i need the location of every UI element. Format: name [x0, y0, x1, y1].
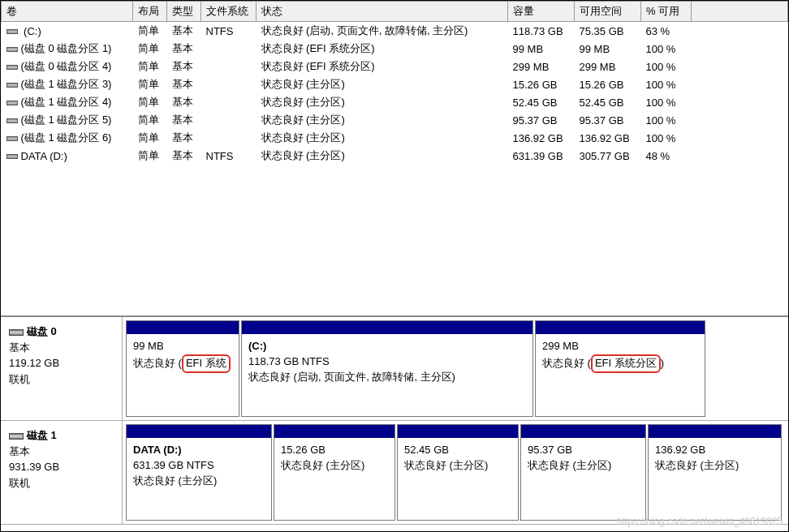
- partition-status-highlight: EFI 系统: [182, 354, 231, 373]
- col-type[interactable]: 类型: [167, 2, 201, 22]
- table-row[interactable]: (磁盘 1 磁盘分区 5)简单基本状态良好 (主分区)95.37 GB95.37…: [2, 111, 788, 129]
- partition-block[interactable]: DATA (D:)631.39 GB NTFS状态良好 (主分区): [126, 424, 272, 521]
- partition-status-line: 状态良好 (主分区): [528, 458, 639, 474]
- partition-body: 299 MB状态良好 (EFI 系统分区): [536, 334, 705, 416]
- partitions-container: DATA (D:)631.39 GB NTFS状态良好 (主分区)15.26 G…: [123, 421, 788, 524]
- partition-size: 299 MB: [542, 339, 698, 354]
- disk-size: 119.12 GB: [9, 355, 114, 371]
- col-pctfree[interactable]: % 可用: [641, 2, 692, 22]
- volume-name: (磁盘 1 磁盘分区 6): [21, 131, 112, 144]
- partition-block[interactable]: (C:)118.73 GB NTFS状态良好 (启动, 页面文件, 故障转储, …: [241, 320, 533, 417]
- table-row[interactable]: (C:)简单基本NTFS状态良好 (启动, 页面文件, 故障转储, 主分区)11…: [2, 22, 788, 41]
- partition-body: 15.26 GB状态良好 (主分区): [274, 438, 394, 520]
- table-header-row: 卷 布局 类型 文件系统 状态 容量 可用空间 % 可用: [2, 2, 788, 22]
- disk-icon: [9, 329, 24, 336]
- cell-capacity: 52.45 GB: [508, 93, 575, 111]
- disk-name: 磁盘 1: [27, 429, 57, 441]
- table-row[interactable]: (磁盘 0 磁盘分区 1)简单基本状态良好 (EFI 系统分区)99 MB99 …: [2, 40, 788, 58]
- partition-block[interactable]: 52.45 GB状态良好 (主分区): [397, 424, 519, 521]
- cell-capacity: 299 MB: [508, 58, 575, 75]
- partition-size: 52.45 GB: [404, 443, 511, 458]
- cell-layout: 简单: [133, 111, 167, 129]
- cell-fs: [201, 129, 257, 147]
- cell-free: 95.37 GB: [575, 111, 641, 129]
- partition-status-line: 状态良好 (EFI 系统: [133, 354, 232, 373]
- cell-capacity: 99 MB: [508, 40, 575, 58]
- col-free[interactable]: 可用空间: [575, 2, 641, 22]
- cell-fs: [201, 75, 257, 93]
- partition-block[interactable]: 15.26 GB状态良好 (主分区): [274, 424, 395, 521]
- volume-name: (磁盘 0 磁盘分区 1): [21, 42, 112, 54]
- disk-label[interactable]: 磁盘 0基本119.12 GB联机: [1, 317, 123, 420]
- disk-label[interactable]: 磁盘 1基本931.39 GB联机: [1, 421, 123, 524]
- volume-name: (磁盘 1 磁盘分区 4): [21, 96, 112, 108]
- volume-icon: [6, 136, 18, 141]
- table-row[interactable]: DATA (D:)简单基本NTFS状态良好 (主分区)631.39 GB305.…: [2, 147, 788, 165]
- col-layout[interactable]: 布局: [133, 2, 167, 22]
- partition-block[interactable]: 299 MB状态良好 (EFI 系统分区): [535, 320, 705, 417]
- partition-header-bar: [127, 321, 239, 334]
- partition-status: 状态良好 (主分区): [528, 459, 611, 471]
- partition-status-line: 状态良好 (主分区): [281, 458, 388, 474]
- cell-layout: 简单: [133, 75, 167, 93]
- cell-layout: 简单: [133, 129, 167, 147]
- partition-title: (C:): [248, 339, 526, 354]
- partition-block[interactable]: 99 MB状态良好 (EFI 系统: [126, 320, 239, 417]
- volume-icon: [6, 154, 18, 159]
- partition-status-line: 状态良好 (主分区): [655, 458, 774, 474]
- cell-fs: NTFS: [201, 22, 257, 41]
- cell-status: 状态良好 (主分区): [257, 75, 508, 93]
- partition-title: DATA (D:): [133, 443, 265, 458]
- volume-icon: [6, 65, 18, 70]
- cell-pct: 100 %: [641, 75, 692, 93]
- col-status[interactable]: 状态: [257, 2, 508, 22]
- cell-status: 状态良好 (主分区): [257, 147, 508, 165]
- cell-type: 基本: [167, 111, 201, 129]
- partition-block[interactable]: 95.37 GB状态良好 (主分区): [520, 424, 646, 521]
- cell-free: 52.45 GB: [575, 93, 641, 111]
- partition-size: 631.39 GB NTFS: [133, 458, 265, 474]
- table-row[interactable]: (磁盘 1 磁盘分区 4)简单基本状态良好 (主分区)52.45 GB52.45…: [2, 93, 788, 111]
- partition-header-bar: [398, 425, 518, 438]
- col-capacity[interactable]: 容量: [508, 2, 575, 22]
- disk-state: 联机: [9, 475, 114, 491]
- partitions-container: 99 MB状态良好 (EFI 系统 (C:)118.73 GB NTFS状态良好…: [123, 317, 788, 420]
- cell-capacity: 95.37 GB: [508, 111, 575, 129]
- partition-status-post: ): [661, 357, 664, 369]
- volume-list-pane[interactable]: 卷 布局 类型 文件系统 状态 容量 可用空间 % 可用 (C:)简单基本NTF…: [1, 1, 788, 317]
- cell-status: 状态良好 (主分区): [257, 111, 508, 129]
- cell-type: 基本: [167, 58, 201, 75]
- volume-name: (磁盘 1 磁盘分区 3): [21, 78, 112, 90]
- partition-block[interactable]: 136.92 GB状态良好 (主分区): [648, 424, 782, 521]
- cell-layout: 简单: [133, 40, 167, 58]
- partition-status: 状态良好 (主分区): [281, 459, 364, 471]
- cell-capacity: 118.73 GB: [508, 22, 575, 41]
- partition-status-highlight: EFI 系统分区: [591, 354, 661, 373]
- partition-size: 118.73 GB NTFS: [248, 354, 526, 370]
- cell-pct: 63 %: [641, 22, 692, 41]
- partition-status-pre: 状态良好 (: [133, 357, 182, 369]
- disk-state: 联机: [9, 371, 114, 388]
- cell-pct: 100 %: [641, 129, 692, 147]
- table-row[interactable]: (磁盘 1 磁盘分区 3)简单基本状态良好 (主分区)15.26 GB15.26…: [2, 75, 788, 93]
- cell-fs: [201, 58, 257, 75]
- volume-name: (磁盘 0 磁盘分区 4): [21, 60, 112, 72]
- volume-icon: [6, 101, 18, 105]
- partition-header-bar: [274, 425, 394, 438]
- cell-free: 305.77 GB: [575, 147, 641, 165]
- cell-layout: 简单: [133, 58, 167, 75]
- cell-layout: 简单: [133, 22, 167, 41]
- disk-map-pane[interactable]: 磁盘 0基本119.12 GB联机99 MB状态良好 (EFI 系统 (C:)1…: [1, 317, 788, 525]
- cell-fs: NTFS: [201, 147, 257, 165]
- table-row[interactable]: (磁盘 0 磁盘分区 4)简单基本状态良好 (EFI 系统分区)299 MB29…: [2, 58, 788, 75]
- volume-icon: [6, 83, 18, 88]
- cell-fs: [201, 40, 257, 58]
- table-row[interactable]: (磁盘 1 磁盘分区 6)简单基本状态良好 (主分区)136.92 GB136.…: [2, 129, 788, 147]
- cell-pct: 100 %: [641, 93, 692, 111]
- col-fs[interactable]: 文件系统: [201, 2, 257, 22]
- disk-size: 931.39 GB: [9, 459, 114, 475]
- cell-layout: 简单: [133, 147, 167, 165]
- partition-status-line: 状态良好 (主分区): [404, 458, 511, 474]
- cell-capacity: 136.92 GB: [508, 129, 575, 147]
- col-volume[interactable]: 卷: [2, 2, 133, 22]
